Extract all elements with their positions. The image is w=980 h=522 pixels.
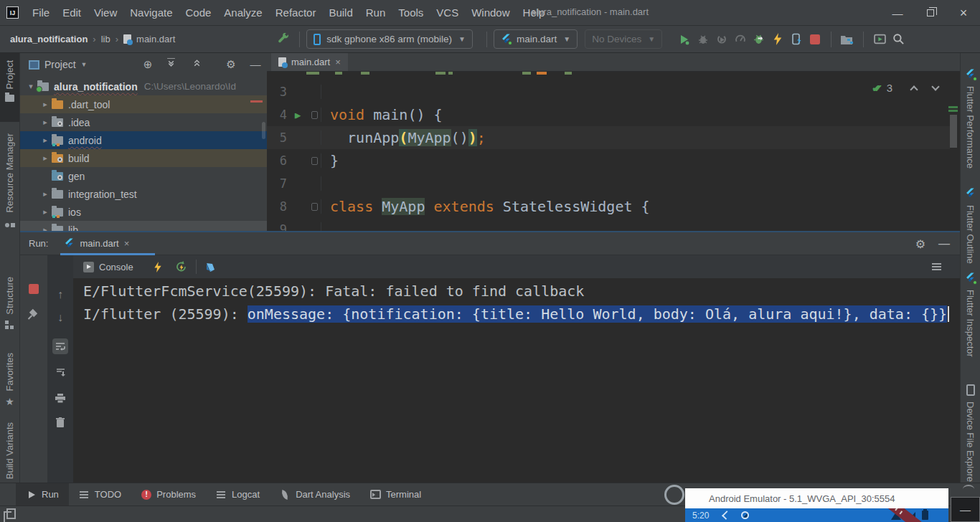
run-button[interactable] [675,30,694,49]
console-settings-icon[interactable] [932,262,943,272]
bottom-tab-todo[interactable]: TODO [69,483,131,506]
hide-panel-icon[interactable]: — [248,58,263,70]
tree-expand-arrow-icon[interactable]: ▸ [39,189,52,199]
device-manager-button[interactable] [870,30,889,49]
line-number[interactable]: 5 [267,130,287,145]
menu-view[interactable]: View [88,0,123,26]
tree-row-android[interactable]: ▸android [20,131,267,149]
emulator-side-panel[interactable]: — [951,497,980,522]
clear-all-trash-icon[interactable] [52,414,68,430]
tree-row-build[interactable]: ▸build [20,149,267,167]
line-number[interactable]: 8 [267,199,287,214]
menu-tools[interactable]: Tools [392,0,430,26]
menu-code[interactable]: Code [179,0,217,26]
run-line-icon[interactable]: ▶▶ [287,110,308,120]
stripe-project[interactable]: Project [0,53,19,122]
bottom-tab-problems[interactable]: !Problems [131,483,206,506]
console-line-1[interactable]: E/FlutterFcmService(25599): Fatal: faile… [83,280,960,303]
menu-build[interactable]: Build [322,0,359,26]
hot-restart-icon[interactable] [175,261,187,272]
tree-row-idea[interactable]: ▸.idea [20,113,267,131]
previous-problem-icon[interactable] [910,85,918,93]
next-problem-icon[interactable] [931,82,939,90]
tree-row-alura-notification[interactable]: ▾alura_notificationC:\Users\Leonardo\Id [20,77,267,95]
project-structure-button[interactable] [838,30,857,49]
close-tab-icon[interactable]: × [124,238,130,249]
fold-marker-icon[interactable] [308,199,321,214]
menu-refactor[interactable]: Refactor [269,0,323,26]
breadcrumb-project[interactable]: alura_notification [10,34,88,44]
project-view-selector[interactable]: Project ▼ [29,59,88,70]
hot-reload-lightning-button[interactable] [768,30,787,49]
stop-icon[interactable] [29,284,39,294]
tree-row-gen[interactable]: gen [20,167,267,185]
line-number[interactable]: 3 [267,85,287,99]
stripe-flutter-performance[interactable]: Flutter Performance [961,62,980,169]
line-number[interactable]: 6 [267,153,287,168]
run-config-selector[interactable]: main.dart ▼ [494,29,578,49]
tree-row-ios[interactable]: ▸ios [20,203,267,221]
stripe-flutter-outline[interactable]: Flutter Outline [961,181,980,264]
line-number[interactable]: 4 [267,108,287,122]
emulator-window[interactable]: Android Emulator - 5.1_WVGA_API_30:5554 … [685,488,948,522]
menu-navigate[interactable]: Navigate [123,0,179,26]
tree-expand-arrow-icon[interactable]: ▸ [39,118,52,127]
restore-button[interactable] [914,0,947,26]
line-number[interactable]: 7 [267,176,287,191]
hot-reload-lightning-icon[interactable] [154,262,162,272]
stripe-resource-manager[interactable]: Resource Manager [0,126,19,247]
console-tab[interactable]: Console [83,262,133,272]
tree-expand-arrow-icon[interactable]: ▸ [39,136,52,145]
hide-panel-icon[interactable]: — [938,237,950,250]
expand-all-icon[interactable] [166,58,181,67]
search-everywhere-button[interactable] [889,30,908,49]
attach-debugger-button[interactable] [750,30,768,49]
tree-row-lib[interactable]: ▸lib [20,221,267,231]
tree-expand-arrow-icon[interactable]: ▸ [39,153,52,163]
device-selector[interactable]: sdk gphone x86 arm (mobile) ▼ [306,29,473,49]
locate-file-icon[interactable]: ⊕ [141,58,155,71]
console-line-2[interactable]: I/flutter (25599): onMessage: {notificat… [83,303,960,326]
tree-row-integration-test[interactable]: ▸integration_test [20,185,267,203]
tree-expand-arrow-icon[interactable]: ▸ [39,100,52,109]
tree-expand-arrow-icon[interactable]: ▸ [39,225,52,231]
menu-edit[interactable]: Edit [56,0,88,26]
bottom-tab-run[interactable]: Run [16,483,69,506]
menu-window[interactable]: Window [465,0,516,26]
print-icon[interactable] [52,390,68,406]
code-text[interactable]: } [323,152,339,169]
pin-icon[interactable] [29,310,39,320]
down-arrow-icon[interactable]: ↓ [52,310,68,326]
tree-expand-arrow-icon[interactable]: ▸ [39,207,52,217]
stripe-device-file-explorer[interactable]: Device File Explorer [961,377,980,485]
code-area[interactable]: 34▶▶void main() {5 runApp(MyApp());6}78c… [267,72,950,231]
run-tab-main-dart[interactable]: main.dart × [58,232,135,255]
menu-run[interactable]: Run [359,0,392,26]
gear-icon[interactable]: ⚙ [915,237,925,251]
build-wrench-icon[interactable] [274,30,293,49]
bottom-tab-dart-analysis[interactable]: Dart Analysis [270,483,360,506]
stripe-structure[interactable]: Structure [0,270,19,330]
gear-icon[interactable]: ⚙ [224,58,238,71]
minimize-button[interactable]: — [881,0,914,26]
close-button[interactable]: × [947,0,980,26]
dart-devtools-icon[interactable] [205,262,216,272]
menu-file[interactable]: File [26,0,56,26]
bottom-tab-logcat[interactable]: Logcat [206,483,270,506]
code-text[interactable]: void main() { [323,106,443,123]
menu-analyze[interactable]: Analyze [217,0,268,26]
menu-vcs[interactable]: VCS [430,0,465,26]
collapse-all-icon[interactable] [192,58,207,67]
stop-button[interactable] [806,30,824,49]
line-number[interactable]: 9 [267,222,287,231]
fold-marker-icon[interactable] [308,108,321,122]
code-text[interactable]: class MyApp extends StatelessWidget { [323,198,650,215]
close-tab-icon[interactable]: × [335,57,341,67]
stripe-flutter-inspector[interactable]: Flutter Inspector [961,265,980,357]
console-output[interactable]: E/FlutterFcmService(25599): Fatal: faile… [73,278,960,483]
inspection-widget[interactable]: ✔ ✔ 3 [872,82,938,94]
tree-row-dart-tool[interactable]: ▸.dart_tool [20,95,267,113]
code-text[interactable]: runApp(MyApp()); [323,129,486,146]
bottom-tab-terminal[interactable]: Terminal [360,483,431,506]
breadcrumb-file[interactable]: main.dart [136,34,175,44]
